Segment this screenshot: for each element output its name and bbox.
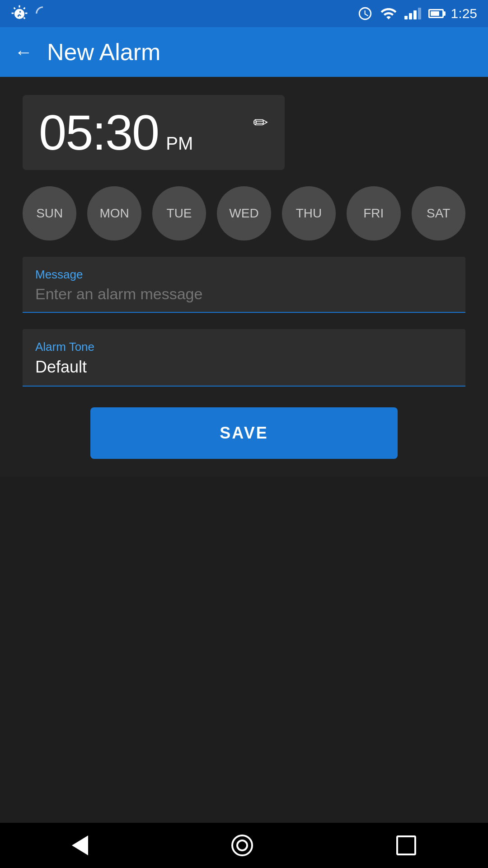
day-button-sun[interactable]: SUN bbox=[23, 186, 76, 241]
alarm-tone-field-container[interactable]: Alarm Tone Default bbox=[23, 329, 465, 387]
edit-time-button[interactable]: ✏ bbox=[253, 112, 268, 133]
battery-icon bbox=[428, 9, 444, 18]
signal-icon bbox=[404, 8, 421, 19]
clock-status-icon bbox=[357, 6, 373, 21]
day-selector: SUN MON TUE WED THU FRI SAT bbox=[23, 186, 465, 241]
time-display-container[interactable]: 05:30 PM ✏ bbox=[23, 95, 285, 170]
message-input[interactable] bbox=[35, 285, 453, 312]
time-value: 05:30 bbox=[39, 108, 159, 157]
app-bar: ← New Alarm bbox=[0, 27, 488, 77]
alarm-tone-value: Default bbox=[35, 358, 453, 386]
nav-recents-button[interactable] bbox=[396, 835, 416, 855]
nav-home-button[interactable] bbox=[231, 835, 253, 856]
main-content: 05:30 PM ✏ SUN MON TUE WED THU FRI SAT M… bbox=[0, 77, 488, 477]
nav-back-button[interactable] bbox=[72, 835, 88, 855]
message-field-container: Message bbox=[23, 257, 465, 313]
day-button-fri[interactable]: FRI bbox=[347, 186, 400, 241]
day-button-sat[interactable]: SAT bbox=[412, 186, 465, 241]
status-bar: 1:25 bbox=[0, 0, 488, 27]
bottom-nav bbox=[0, 823, 488, 868]
alarm-tone-label: Alarm Tone bbox=[35, 340, 453, 354]
status-time: 1:25 bbox=[451, 6, 477, 21]
save-button[interactable]: SAVE bbox=[90, 407, 398, 459]
day-button-mon[interactable]: MON bbox=[87, 186, 141, 241]
loading-icon bbox=[34, 5, 52, 22]
status-bar-left-icons bbox=[11, 5, 52, 22]
time-display: 05:30 PM bbox=[39, 108, 193, 157]
status-bar-right-icons: 1:25 bbox=[357, 5, 477, 22]
day-button-wed[interactable]: WED bbox=[217, 186, 271, 241]
time-ampm: PM bbox=[166, 133, 193, 154]
day-button-tue[interactable]: TUE bbox=[152, 186, 206, 241]
alarm-clock-icon bbox=[11, 5, 28, 22]
day-button-thu[interactable]: THU bbox=[282, 186, 336, 241]
back-button[interactable]: ← bbox=[14, 43, 33, 61]
wifi-icon bbox=[380, 5, 397, 22]
app-bar-title: New Alarm bbox=[47, 38, 160, 66]
message-label: Message bbox=[35, 268, 453, 282]
